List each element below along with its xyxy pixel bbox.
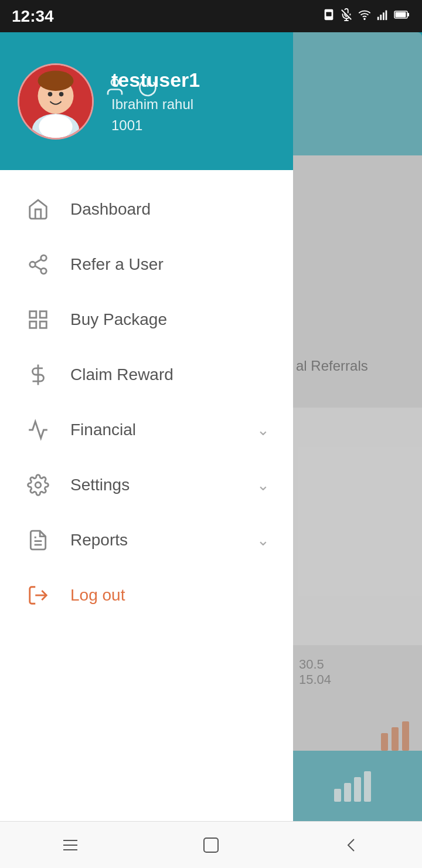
dollar-icon: [23, 360, 53, 389]
nav-label-buy-package: Buy Package: [70, 310, 167, 329]
status-icons: [322, 8, 410, 25]
nav-label-claim-reward: Claim Reward: [70, 365, 173, 384]
svg-point-24: [38, 70, 73, 90]
nav-label-dashboard: Dashboard: [70, 200, 151, 219]
nav-item-claim-reward[interactable]: Claim Reward: [0, 347, 293, 402]
nav-label-refer: Refer a User: [70, 255, 164, 274]
header-action-icons: [104, 76, 158, 102]
settings-icon: [23, 470, 53, 500]
svg-rect-37: [30, 321, 36, 328]
financial-icon: [23, 415, 53, 445]
svg-point-29: [41, 255, 47, 261]
avatar: [18, 63, 94, 140]
home-button[interactable]: [188, 828, 234, 863]
status-bar: 12:34: [0, 0, 422, 32]
user-id: 1001: [111, 117, 200, 134]
svg-rect-7: [380, 15, 382, 20]
chevron-settings: ⌄: [257, 476, 270, 494]
svg-rect-12: [407, 13, 409, 16]
bottom-nav: [0, 821, 422, 868]
svg-line-32: [35, 266, 42, 269]
svg-point-27: [111, 79, 118, 86]
svg-point-5: [364, 18, 365, 19]
right-overlay: [287, 32, 422, 821]
wifi-icon: [358, 8, 372, 25]
logout-icon: [23, 581, 53, 610]
sim-icon: [322, 8, 335, 25]
svg-rect-34: [30, 311, 36, 318]
mute-icon: [340, 8, 353, 25]
nav-label-reports: Reports: [70, 531, 128, 550]
nav-item-reports[interactable]: Reports ⌄: [0, 513, 293, 568]
svg-rect-1: [326, 12, 331, 16]
back-button[interactable]: [328, 828, 375, 863]
grid-icon: [23, 305, 53, 334]
power-icon[interactable]: [137, 76, 158, 102]
nav-item-dashboard[interactable]: Dashboard: [0, 182, 293, 237]
profile-icon[interactable]: [104, 76, 125, 102]
svg-rect-6: [377, 16, 379, 19]
nav-label-settings: Settings: [70, 476, 130, 494]
svg-rect-11: [396, 12, 406, 17]
chevron-financial: ⌄: [257, 421, 270, 439]
nav-item-refer[interactable]: Refer a User: [0, 237, 293, 292]
battery-icon: [394, 8, 410, 25]
home-icon: [23, 195, 53, 224]
svg-rect-35: [40, 311, 46, 318]
svg-line-33: [35, 259, 42, 263]
nav-item-logout[interactable]: Log out: [0, 568, 293, 623]
svg-point-39: [35, 482, 41, 488]
share-icon: [23, 250, 53, 279]
nav-menu: Dashboard Refer a User: [0, 170, 293, 868]
nav-label-logout: Log out: [70, 586, 125, 605]
status-time: 12:34: [12, 7, 54, 26]
chevron-reports: ⌄: [257, 531, 270, 550]
svg-point-30: [30, 262, 36, 267]
nav-item-buy-package[interactable]: Buy Package: [0, 292, 293, 347]
svg-point-31: [41, 268, 47, 274]
recents-button[interactable]: [47, 828, 94, 863]
svg-rect-8: [383, 12, 384, 20]
nav-label-financial: Financial: [70, 421, 136, 439]
nav-item-settings[interactable]: Settings ⌄: [0, 457, 293, 513]
svg-rect-36: [40, 321, 46, 328]
svg-point-26: [59, 91, 64, 96]
signal-icon: [376, 8, 389, 25]
nav-item-financial[interactable]: Financial ⌄: [0, 402, 293, 457]
svg-rect-46: [204, 838, 218, 852]
reports-icon: [23, 525, 53, 555]
svg-point-25: [48, 91, 53, 96]
svg-rect-9: [386, 10, 387, 19]
svg-point-22: [39, 114, 72, 137]
sidebar-drawer: testuser1 Ibrahim rahul 1001: [0, 32, 293, 868]
